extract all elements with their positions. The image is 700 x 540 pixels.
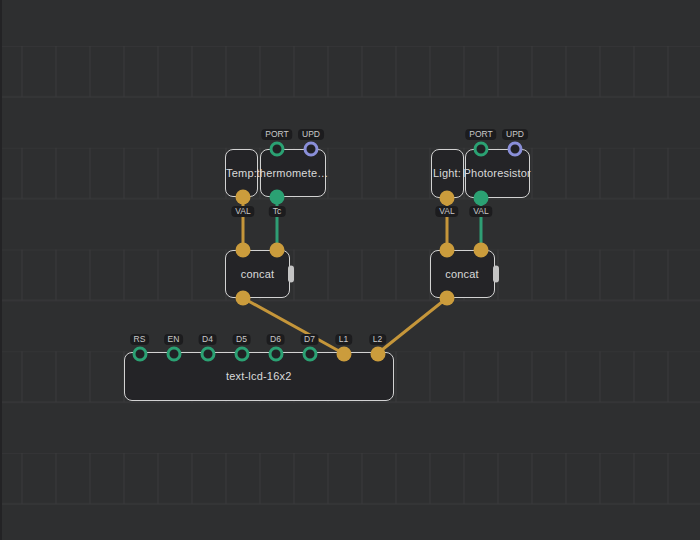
node-title-light: Light: <box>433 167 461 179</box>
node-text-lcd-16x2[interactable]: text-lcd-16x2 <box>124 352 395 402</box>
pin-lcd-l1-input[interactable] <box>336 346 351 361</box>
node-concat-right[interactable]: concat <box>430 250 495 298</box>
node-title-concat-left: concat <box>241 268 275 280</box>
pin-lcd-d5-input[interactable] <box>234 346 249 361</box>
pin-label-en: EN <box>164 334 184 345</box>
pin-thermometer-upd-input[interactable] <box>304 142 319 157</box>
pin-label-d4: D4 <box>198 334 217 345</box>
pin-label-upd: UPD <box>502 129 528 140</box>
pin-label-rs: RS <box>130 334 150 345</box>
pin-label-l1: L1 <box>335 334 352 345</box>
node-title-concat-right: concat <box>445 268 479 280</box>
pin-light-val-output[interactable] <box>440 190 455 205</box>
pin-concat-left-input-2[interactable] <box>270 243 285 258</box>
pin-concat-left-output[interactable] <box>236 291 251 306</box>
pin-lcd-rs-input[interactable] <box>132 346 147 361</box>
variadic-handle[interactable] <box>493 266 499 283</box>
pin-thermometer-tc-output[interactable] <box>270 190 285 205</box>
variadic-handle[interactable] <box>288 266 294 283</box>
node-photoresistor[interactable]: Photoresistor <box>465 149 531 198</box>
pin-label-d5: D5 <box>232 334 251 345</box>
node-concat-left[interactable]: concat <box>225 250 290 298</box>
pin-concat-right-output[interactable] <box>440 291 455 306</box>
pin-label-upd: UPD <box>298 129 324 140</box>
pin-label-d6: D6 <box>266 334 285 345</box>
pin-label-val: VAL <box>231 206 254 217</box>
pin-label-val: VAL <box>435 206 458 217</box>
pin-label-port: PORT <box>261 129 292 140</box>
patch-canvas[interactable]: Temp: thermomete… Light: Photoresistor c… <box>0 0 700 540</box>
pin-lcd-l2-input[interactable] <box>370 346 385 361</box>
pin-thermometer-port-input[interactable] <box>270 142 285 157</box>
pin-concat-left-input-1[interactable] <box>236 243 251 258</box>
pin-label-val: VAL <box>469 206 492 217</box>
pin-lcd-en-input[interactable] <box>166 346 181 361</box>
pin-photoresistor-val-output[interactable] <box>474 190 489 205</box>
pin-lcd-d6-input[interactable] <box>268 346 283 361</box>
pin-label-d7: D7 <box>300 334 319 345</box>
grid-background <box>0 0 700 540</box>
pin-label-tc: Tc <box>269 206 286 217</box>
canvas-left-edge <box>0 0 2 540</box>
node-title-lcd: text-lcd-16x2 <box>226 370 292 382</box>
pin-lcd-d7-input[interactable] <box>302 346 317 361</box>
node-thermometer[interactable]: thermomete… <box>260 149 326 197</box>
pin-label-port: PORT <box>465 129 496 140</box>
pin-label-l2: L2 <box>369 334 386 345</box>
node-title-photoresistor: Photoresistor <box>464 167 531 179</box>
node-title-temp: Temp: <box>226 167 257 179</box>
pin-lcd-d4-input[interactable] <box>200 346 215 361</box>
pin-photoresistor-port-input[interactable] <box>474 141 489 156</box>
pin-concat-right-input-2[interactable] <box>474 243 489 258</box>
pin-concat-right-input-1[interactable] <box>440 243 455 258</box>
pin-photoresistor-upd-input[interactable] <box>508 141 523 156</box>
pin-temp-val-output[interactable] <box>236 190 251 205</box>
node-title-thermometer: thermomete… <box>257 167 329 179</box>
